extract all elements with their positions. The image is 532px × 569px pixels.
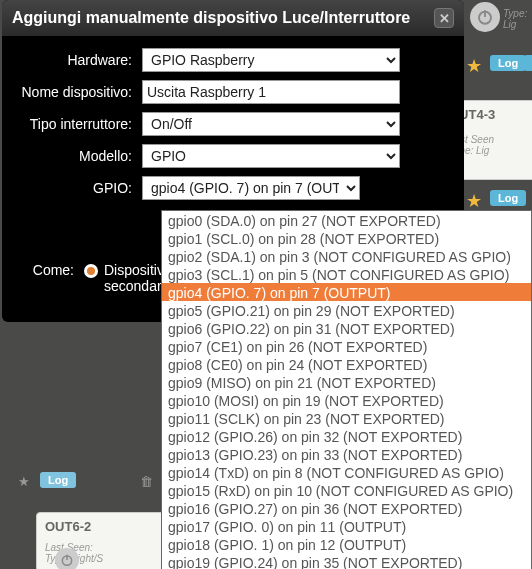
row-name: Nome dispositivo: [12,80,454,104]
gpio-dropdown-list[interactable]: gpio0 (SDA.0) on pin 27 (NOT EXPORTED)gp… [161,210,532,569]
gpio-option[interactable]: gpio11 (SCLK) on pin 23 (NOT EXPORTED) [162,409,531,427]
gpio-option[interactable]: gpio5 (GPIO.21) on pin 29 (NOT EXPORTED) [162,301,531,319]
log-button-bg3[interactable]: Log [40,472,76,488]
model-select[interactable]: GPIO [142,144,400,168]
gpio-select[interactable]: gpio4 (GPIO. 7) on pin 7 (OUTPUT) [142,176,360,200]
label-gpio: GPIO: [12,180,142,196]
dialog-title: Aggiungi manualmente dispositivo Luce/In… [12,9,410,27]
gpio-option[interactable]: gpio19 (GPIO.24) on pin 35 (NOT EXPORTED… [162,553,531,569]
row-switch-type: Tipo interruttore: On/Off [12,112,454,136]
log-button-bg-m1[interactable]: M [524,55,532,71]
row-model: Modello: GPIO [12,144,454,168]
log-button-bg1[interactable]: Log [490,55,526,71]
card-title-2: OUT6-2 [45,519,157,534]
hardware-select[interactable]: GPIO Raspberry [142,48,400,72]
gpio-option[interactable]: gpio17 (GPIO. 0) on pin 11 (OUTPUT) [162,517,531,535]
label-name: Nome dispositivo: [12,84,142,100]
gpio-option[interactable]: gpio4 (GPIO. 7) on pin 7 (OUTPUT) [162,283,531,301]
device-name-input[interactable] [142,80,400,104]
label-model: Modello: [12,148,142,164]
log-button-bg2[interactable]: Log [490,190,526,206]
label-hardware: Hardware: [12,52,142,68]
dialog-titlebar[interactable]: Aggiungi manualmente dispositivo Luce/In… [2,0,464,36]
switch-type-select[interactable]: On/Off [142,112,400,136]
gpio-option[interactable]: gpio18 (GPIO. 1) on pin 12 (OUTPUT) [162,535,531,553]
gpio-option[interactable]: gpio16 (GPIO.27) on pin 36 (NOT EXPORTED… [162,499,531,517]
power-icon-2 [55,548,79,569]
gpio-option[interactable]: gpio0 (SDA.0) on pin 27 (NOT EXPORTED) [162,211,531,229]
label-switch-type: Tipo interruttore: [12,116,142,132]
gpio-option[interactable]: gpio12 (GPIO.26) on pin 32 (NOT EXPORTED… [162,427,531,445]
gpio-option[interactable]: gpio9 (MISO) on pin 21 (NOT EXPORTED) [162,373,531,391]
star-icon-bottom: ★ [18,474,30,489]
gpio-option[interactable]: gpio15 (RxD) on pin 10 (NOT CONFIGURED A… [162,481,531,499]
star-icon-2: ★ [466,190,482,212]
type-label-top: Type: Lig [503,8,532,30]
gpio-option[interactable]: gpio13 (GPIO.23) on pin 33 (NOT EXPORTED… [162,445,531,463]
gpio-option[interactable]: gpio6 (GPIO.22) on pin 31 (NOT EXPORTED) [162,319,531,337]
radio-icon [84,264,98,278]
close-icon[interactable]: ✕ [434,8,454,28]
trash-icon: 🗑 [140,474,153,489]
power-icon [470,2,500,32]
row-gpio: GPIO: gpio4 (GPIO. 7) on pin 7 (OUTPUT) [12,176,454,200]
gpio-option[interactable]: gpio3 (SCL.1) on pin 5 (NOT CONFIGURED A… [162,265,531,283]
gpio-option[interactable]: gpio8 (CE0) on pin 24 (NOT EXPORTED) [162,355,531,373]
gpio-option[interactable]: gpio2 (SDA.1) on pin 3 (NOT CONFIGURED A… [162,247,531,265]
star-icon: ★ [466,55,482,77]
gpio-option[interactable]: gpio10 (MOSI) on pin 19 (NOT EXPORTED) [162,391,531,409]
row-hardware: Hardware: GPIO Raspberry [12,48,454,72]
gpio-option[interactable]: gpio1 (SCL.0) on pin 28 (NOT EXPORTED) [162,229,531,247]
gpio-option[interactable]: gpio14 (TxD) on pin 8 (NOT CONFIGURED AS… [162,463,531,481]
gpio-option[interactable]: gpio7 (CE1) on pin 26 (NOT EXPORTED) [162,337,531,355]
label-as: Come: [12,262,84,278]
